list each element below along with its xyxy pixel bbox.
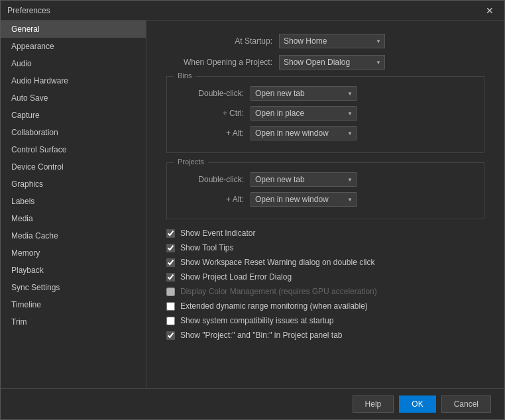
main-panel: At Startup: Show HomeShow Open DialogOpe… [146, 21, 504, 388]
checkbox-label-show-project-bin: Show "Project:" and "Bin:" in Project pa… [180, 331, 343, 340]
bins-ctrl-wrap: Open in placeOpen new tabOpen in new win… [251, 106, 357, 121]
sidebar-item-media[interactable]: Media [1, 210, 146, 227]
checkbox-label-show-project-load-error: Show Project Load Error Dialog [180, 272, 292, 282]
checkbox-label-show-event-indicator: Show Event Indicator [180, 229, 255, 238]
projects-double-click-row: Double-click: Open new tabOpen in placeO… [178, 172, 473, 187]
checkbox-show-project-load-error[interactable] [166, 273, 175, 282]
checkbox-show-system-compat[interactable] [166, 317, 175, 325]
sidebar-item-general[interactable]: General [1, 21, 146, 38]
sidebar-item-graphics[interactable]: Graphics [1, 176, 146, 193]
bins-double-click-label: Double-click: [178, 89, 244, 98]
checkbox-show-event-indicator[interactable] [166, 229, 175, 238]
checkbox-extended-dynamic-range[interactable] [166, 302, 175, 311]
sidebar-item-media-cache[interactable]: Media Cache [1, 227, 146, 244]
bins-section-label: Bins [174, 72, 196, 79]
checkbox-label-display-color-management: Display Color Management (requires GPU a… [180, 287, 377, 296]
footer: Help OK Cancel [1, 388, 504, 419]
ok-button[interactable]: OK [399, 395, 435, 413]
checkbox-row-show-tool-tips: Show Tool Tips [166, 243, 484, 252]
when-opening-row: When Opening a Project: Show Open Dialog… [166, 55, 484, 70]
sidebar-item-playback[interactable]: Playback [1, 262, 146, 279]
checkbox-label-extended-dynamic-range: Extended dynamic range monitoring (when … [180, 301, 368, 311]
projects-section-label: Projects [174, 158, 208, 166]
when-opening-select-wrap: Show Open DialogOpen Most RecentDo Nothi… [279, 55, 385, 70]
sidebar-item-auto-save[interactable]: Auto Save [1, 89, 146, 107]
sidebar-item-trim[interactable]: Trim [1, 313, 146, 331]
checkbox-row-show-system-compat: Show system compatibility issues at star… [166, 316, 484, 325]
checkbox-row-show-project-bin: Show "Project:" and "Bin:" in Project pa… [166, 331, 484, 340]
sidebar-item-appearance[interactable]: Appearance [1, 38, 146, 55]
projects-double-click-label: Double-click: [178, 175, 244, 184]
dialog-content: GeneralAppearanceAudioAudio HardwareAuto… [1, 21, 504, 388]
at-startup-label: At Startup: [166, 36, 272, 46]
bins-alt-row: + Alt: Open in new windowOpen new tabOpe… [178, 126, 473, 140]
dialog-title: Preferences [7, 6, 50, 15]
projects-alt-select[interactable]: Open in new windowOpen new tabOpen in pl… [251, 192, 357, 207]
checkbox-row-show-project-load-error: Show Project Load Error Dialog [166, 272, 484, 282]
when-opening-select[interactable]: Show Open DialogOpen Most RecentDo Nothi… [279, 55, 385, 70]
close-button[interactable]: ✕ [482, 4, 498, 17]
projects-section: Projects Double-click: Open new tabOpen … [166, 162, 484, 219]
sidebar-item-timeline[interactable]: Timeline [1, 296, 146, 313]
sidebar-item-memory[interactable]: Memory [1, 244, 146, 262]
checkbox-label-show-tool-tips: Show Tool Tips [180, 243, 234, 252]
sidebar-item-control-surface[interactable]: Control Surface [1, 141, 146, 158]
title-bar: Preferences ✕ [1, 1, 504, 21]
checkbox-show-tool-tips[interactable] [166, 244, 175, 252]
checkbox-show-project-bin[interactable] [166, 331, 175, 340]
checkbox-display-color-management[interactable] [166, 288, 175, 296]
projects-alt-wrap: Open in new windowOpen new tabOpen in pl… [251, 192, 357, 207]
projects-alt-row: + Alt: Open in new windowOpen new tabOpe… [178, 192, 473, 207]
bins-ctrl-select[interactable]: Open in placeOpen new tabOpen in new win… [251, 106, 357, 121]
sidebar-item-audio[interactable]: Audio [1, 55, 146, 72]
at-startup-select[interactable]: Show HomeShow Open DialogOpen Last Proje… [279, 34, 385, 48]
cancel-button[interactable]: Cancel [441, 395, 491, 413]
bins-ctrl-row: + Ctrl: Open in placeOpen new tabOpen in… [178, 106, 473, 121]
at-startup-row: At Startup: Show HomeShow Open DialogOpe… [166, 34, 484, 48]
sidebar-item-audio-hardware[interactable]: Audio Hardware [1, 72, 146, 89]
sidebar-item-device-control[interactable]: Device Control [1, 158, 146, 176]
checkbox-label-show-workspace-reset: Show Workspace Reset Warning dialog on d… [180, 258, 374, 267]
bins-section: Bins Double-click: Open new tabOpen in p… [166, 76, 484, 153]
sidebar-item-collaboration[interactable]: Collaboration [1, 124, 146, 141]
bins-ctrl-label: + Ctrl: [178, 109, 244, 118]
projects-double-click-wrap: Open new tabOpen in placeOpen in new win… [251, 172, 357, 187]
checkboxes-section: Show Event IndicatorShow Tool TipsShow W… [166, 229, 484, 340]
checkbox-row-show-workspace-reset: Show Workspace Reset Warning dialog on d… [166, 258, 484, 267]
help-button[interactable]: Help [353, 395, 394, 413]
bins-alt-label: + Alt: [178, 129, 244, 138]
sidebar: GeneralAppearanceAudioAudio HardwareAuto… [1, 21, 146, 388]
projects-double-click-select[interactable]: Open new tabOpen in placeOpen in new win… [251, 172, 357, 187]
bins-double-click-wrap: Open new tabOpen in placeOpen in new win… [251, 86, 357, 101]
checkbox-show-workspace-reset[interactable] [166, 258, 175, 267]
sidebar-item-capture[interactable]: Capture [1, 107, 146, 124]
sidebar-item-labels[interactable]: Labels [1, 193, 146, 210]
bins-double-click-row: Double-click: Open new tabOpen in placeO… [178, 86, 473, 101]
sidebar-item-sync-settings[interactable]: Sync Settings [1, 279, 146, 296]
bins-double-click-select[interactable]: Open new tabOpen in placeOpen in new win… [251, 86, 357, 101]
checkbox-row-show-event-indicator: Show Event Indicator [166, 229, 484, 238]
checkbox-row-extended-dynamic-range: Extended dynamic range monitoring (when … [166, 301, 484, 311]
bins-alt-select[interactable]: Open in new windowOpen new tabOpen in pl… [251, 126, 357, 140]
when-opening-label: When Opening a Project: [166, 58, 272, 67]
checkbox-row-display-color-management: Display Color Management (requires GPU a… [166, 287, 484, 296]
bins-alt-wrap: Open in new windowOpen new tabOpen in pl… [251, 126, 357, 140]
preferences-dialog: Preferences ✕ GeneralAppearanceAudioAudi… [0, 0, 505, 420]
at-startup-select-wrap: Show HomeShow Open DialogOpen Last Proje… [279, 34, 385, 48]
projects-alt-label: + Alt: [178, 195, 244, 204]
checkbox-label-show-system-compat: Show system compatibility issues at star… [180, 316, 333, 325]
